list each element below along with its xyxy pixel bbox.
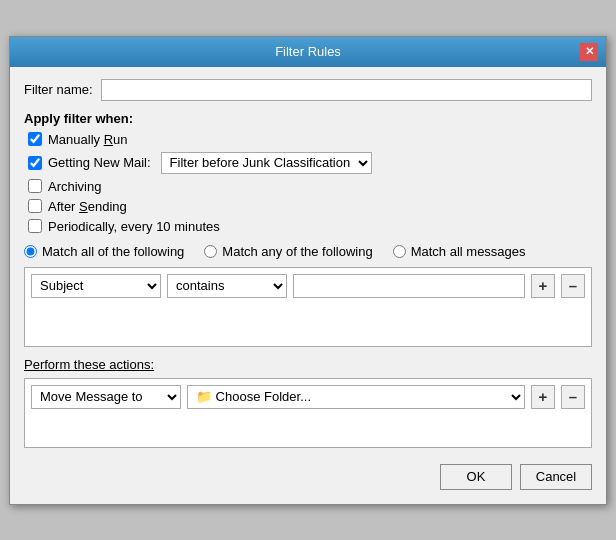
dialog-title: Filter Rules bbox=[36, 44, 580, 59]
filter-name-input[interactable] bbox=[101, 79, 592, 101]
getting-new-mail-checkbox[interactable] bbox=[28, 156, 42, 170]
action-add-button[interactable]: + bbox=[531, 385, 555, 409]
after-sending-label: After Sending bbox=[48, 199, 127, 214]
filter-name-row: Filter name: bbox=[24, 79, 592, 101]
folder-select[interactable]: 📁 Choose Folder... bbox=[187, 385, 525, 409]
manually-run-row: Manually Run bbox=[24, 132, 592, 147]
periodically-row: Periodically, every 10 minutes bbox=[24, 219, 592, 234]
match-all-option[interactable]: Match all of the following bbox=[24, 244, 184, 259]
close-button[interactable]: ✕ bbox=[580, 43, 598, 61]
mail-filter-dropdown[interactable]: Filter before Junk Classification Filter… bbox=[161, 152, 372, 174]
match-all-label: Match all of the following bbox=[42, 244, 184, 259]
title-bar: Filter Rules ✕ bbox=[10, 37, 606, 67]
getting-new-mail-label: Getting New Mail: bbox=[48, 155, 151, 170]
periodically-checkbox[interactable] bbox=[28, 219, 42, 233]
archiving-label: Archiving bbox=[48, 179, 101, 194]
periodically-label: Periodically, every 10 minutes bbox=[48, 219, 220, 234]
match-all-messages-radio[interactable] bbox=[393, 245, 406, 258]
conditions-box: Subject From To Body Date contains doesn… bbox=[24, 267, 592, 347]
match-all-radio[interactable] bbox=[24, 245, 37, 258]
action-type-select[interactable]: Move Message to Copy Message to Delete M… bbox=[31, 385, 181, 409]
ok-button[interactable]: OK bbox=[440, 464, 512, 490]
after-sending-checkbox[interactable] bbox=[28, 199, 42, 213]
button-row: OK Cancel bbox=[24, 460, 592, 492]
cancel-button[interactable]: Cancel bbox=[520, 464, 592, 490]
match-any-option[interactable]: Match any of the following bbox=[204, 244, 372, 259]
dialog-body: Filter name: Apply filter when: Manually… bbox=[10, 67, 606, 504]
match-options-row: Match all of the following Match any of … bbox=[24, 244, 592, 259]
match-any-radio[interactable] bbox=[204, 245, 217, 258]
condition-contains-select[interactable]: contains doesn't contain is begins with … bbox=[167, 274, 287, 298]
after-sending-row: After Sending bbox=[24, 199, 592, 214]
apply-filter-label: Apply filter when: bbox=[24, 111, 592, 126]
match-all-messages-option[interactable]: Match all messages bbox=[393, 244, 526, 259]
condition-row: Subject From To Body Date contains doesn… bbox=[31, 274, 585, 298]
manually-run-checkbox[interactable] bbox=[28, 132, 42, 146]
actions-box: Move Message to Copy Message to Delete M… bbox=[24, 378, 592, 448]
condition-subject-select[interactable]: Subject From To Body Date bbox=[31, 274, 161, 298]
archiving-row: Archiving bbox=[24, 179, 592, 194]
getting-new-mail-row: Getting New Mail: Filter before Junk Cla… bbox=[24, 152, 592, 174]
condition-add-button[interactable]: + bbox=[531, 274, 555, 298]
condition-value-input[interactable] bbox=[293, 274, 525, 298]
match-any-label: Match any of the following bbox=[222, 244, 372, 259]
match-all-messages-label: Match all messages bbox=[411, 244, 526, 259]
archiving-checkbox[interactable] bbox=[28, 179, 42, 193]
actions-label: Perform these actions: bbox=[24, 357, 592, 372]
action-row: Move Message to Copy Message to Delete M… bbox=[31, 385, 585, 409]
filter-name-label: Filter name: bbox=[24, 82, 93, 97]
filter-rules-dialog: Filter Rules ✕ Filter name: Apply filter… bbox=[9, 36, 607, 505]
condition-remove-button[interactable]: – bbox=[561, 274, 585, 298]
action-remove-button[interactable]: – bbox=[561, 385, 585, 409]
manually-run-label: Manually Run bbox=[48, 132, 128, 147]
folder-select-wrapper: 📁 Choose Folder... bbox=[187, 385, 525, 409]
